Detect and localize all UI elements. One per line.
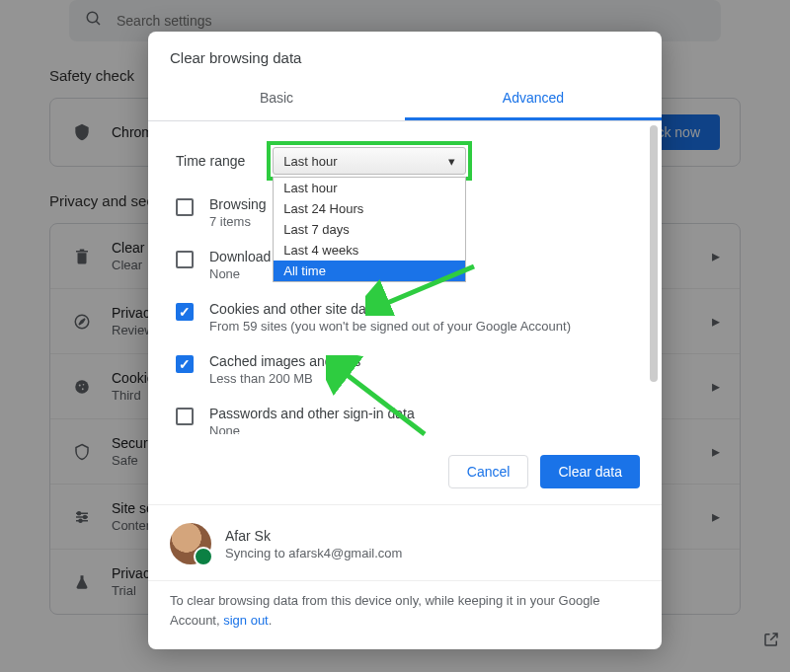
clear-browsing-data-dialog: Clear browsing data Basic Advanced Time … <box>148 32 662 649</box>
tab-basic[interactable]: Basic <box>148 80 405 120</box>
checkbox-cookies[interactable] <box>176 303 194 321</box>
time-range-row: Time range Last hour ▾ Last hour Last 24… <box>166 135 644 187</box>
sign-out-link[interactable]: sign out <box>223 613 269 628</box>
time-range-highlight: Last hour ▾ Last hour Last 24 Hours Last… <box>267 141 472 181</box>
dialog-title: Clear browsing data <box>148 32 662 80</box>
checkbox-passwords[interactable] <box>176 408 194 425</box>
chevron-down-icon: ▾ <box>448 154 455 169</box>
checkbox-cached[interactable] <box>176 355 194 373</box>
item-cached: Cached images and filesLess than 200 MB <box>166 343 644 396</box>
options-scroll-area: Time range Last hour ▾ Last hour Last 24… <box>148 121 662 434</box>
dropdown-value: Last hour <box>283 154 337 169</box>
cancel-button[interactable]: Cancel <box>448 455 529 488</box>
profile-sync-status: Syncing to afarsk4@gmail.com <box>225 546 402 560</box>
tab-advanced[interactable]: Advanced <box>405 80 662 120</box>
profile-name: Afar Sk <box>225 528 402 544</box>
clear-data-button[interactable]: Clear data <box>540 455 640 488</box>
option-last-24-hours[interactable]: Last 24 Hours <box>274 198 465 219</box>
option-all-time[interactable]: All time <box>274 261 465 281</box>
profile-row: Afar Sk Syncing to afarsk4@gmail.com <box>148 504 662 574</box>
dialog-actions: Cancel Clear data <box>148 434 662 504</box>
time-range-options: Last hour Last 24 Hours Last 7 days Last… <box>273 177 466 282</box>
item-cookies: Cookies and other site dataFrom 59 sites… <box>166 291 644 343</box>
time-range-label: Time range <box>176 153 245 169</box>
time-range-dropdown[interactable]: Last hour ▾ <box>273 147 466 175</box>
scrollbar[interactable] <box>650 125 658 382</box>
avatar <box>170 523 211 564</box>
option-last-hour[interactable]: Last hour <box>274 178 465 198</box>
option-last-7-days[interactable]: Last 7 days <box>274 219 465 240</box>
option-last-4-weeks[interactable]: Last 4 weeks <box>274 240 465 261</box>
item-passwords: Passwords and other sign-in dataNone <box>166 396 644 434</box>
checkbox-browsing-history[interactable] <box>176 198 194 216</box>
checkbox-download-history[interactable] <box>176 251 194 268</box>
footer-note: To clear browsing data from this device … <box>148 580 662 649</box>
tabs: Basic Advanced <box>148 80 662 121</box>
